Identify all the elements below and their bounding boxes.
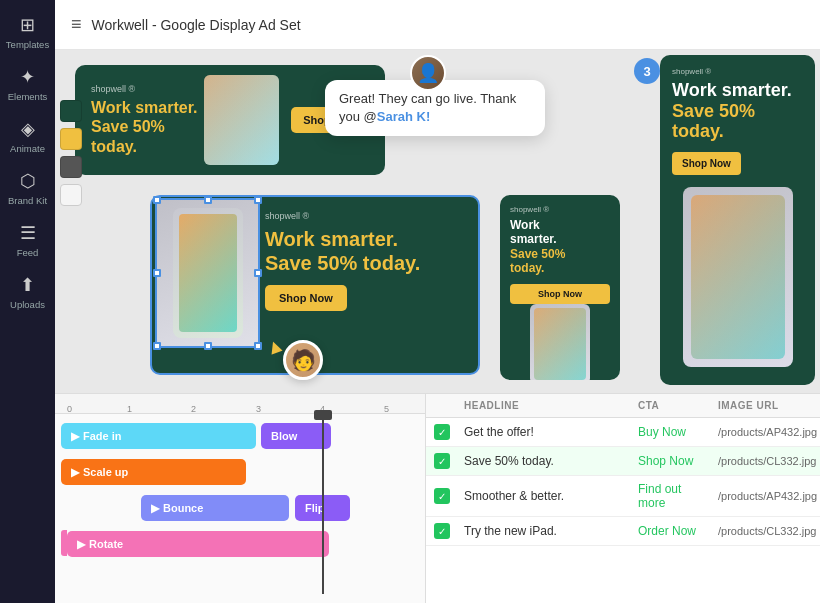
templates-label: Templates xyxy=(6,39,49,50)
ad-tall-cta[interactable]: Shop Now xyxy=(672,152,741,175)
table-row: ✓ Try the new iPad. Order Now /products/… xyxy=(426,517,820,546)
brandkit-label: Brand Kit xyxy=(8,195,47,206)
row2-url: /products/CL332.jpg xyxy=(710,447,820,475)
handle-left-mid[interactable] xyxy=(153,269,161,277)
ad-medium-brand: shopwell ® xyxy=(265,211,464,221)
feed-label: Feed xyxy=(17,247,39,258)
row4-check[interactable]: ✓ xyxy=(426,517,456,545)
topbar-title: Workwell - Google Display Ad Set xyxy=(92,17,301,33)
ruler-2: 2 xyxy=(191,404,196,414)
sidebar-item-templates[interactable]: ⊞ Templates xyxy=(3,8,53,56)
handle-top-mid[interactable] xyxy=(204,196,212,204)
handle-top-left[interactable] xyxy=(153,196,161,204)
sidebar-item-feed[interactable]: ☰ Feed xyxy=(3,216,53,264)
animate-label: Animate xyxy=(10,143,45,154)
data-table-header: HEADLINE CTA IMAGE URL xyxy=(426,394,820,418)
elements-icon: ✦ xyxy=(20,66,35,88)
sidebar-item-brandkit[interactable]: ⬡ Brand Kit xyxy=(3,164,53,212)
track-bounce-label: Bounce xyxy=(163,502,203,514)
handle-top-right[interactable] xyxy=(254,196,262,204)
ruler-5: 5 xyxy=(384,404,389,414)
track-row-1: ▶ Fade in Blow xyxy=(61,422,411,450)
row2-check[interactable]: ✓ xyxy=(426,447,456,475)
ad-large-headline: Work smarter. Save 50% today. xyxy=(91,98,204,156)
track-rotate-label: Rotate xyxy=(89,538,123,550)
ad-medium-content: shopwell ® Work smarter. Save 50% today.… xyxy=(257,197,478,325)
ad-medium-cta[interactable]: Shop Now xyxy=(265,285,347,311)
row2-cta: Shop Now xyxy=(630,447,710,475)
check-1: ✓ xyxy=(434,424,450,440)
col-check-header xyxy=(426,394,456,417)
swatch-dark-gray[interactable] xyxy=(60,156,82,178)
track-row-2: ▶ Scale up xyxy=(61,458,411,486)
ad-small-brand: shopwell ® xyxy=(510,205,610,214)
sidebar-item-uploads[interactable]: ⬆ Uploads xyxy=(3,268,53,316)
row3-cta: Find out more xyxy=(630,476,710,516)
table-row: ✓ Save 50% today. Shop Now /products/CL3… xyxy=(426,447,820,476)
ad-small-headline: Worksmarter.Save 50%today. xyxy=(510,218,610,276)
track-scaleup[interactable]: ▶ Scale up xyxy=(61,459,246,485)
handle-bottom-right[interactable] xyxy=(254,342,262,350)
row1-headline: Get the offer! xyxy=(456,418,630,446)
row3-url: /products/AP432.jpg xyxy=(710,476,820,516)
feed-icon: ☰ xyxy=(20,222,36,244)
uploads-label: Uploads xyxy=(10,299,45,310)
track-scaleup-arrow: ▶ xyxy=(71,466,79,479)
table-row: ✓ Smoother & better. Find out more /prod… xyxy=(426,476,820,517)
playhead-head[interactable] xyxy=(314,410,332,420)
swatch-light[interactable] xyxy=(60,184,82,206)
track-rotate-arrow: ▶ xyxy=(77,538,85,551)
templates-icon: ⊞ xyxy=(20,14,35,36)
row4-cta: Order Now xyxy=(630,517,710,545)
track-bounce-arrow: ▶ xyxy=(151,502,159,515)
data-panel: HEADLINE CTA IMAGE URL ✓ Get the offer! … xyxy=(425,393,820,603)
ad-card-small: shopwell ® Worksmarter.Save 50%today. Sh… xyxy=(500,195,620,380)
uploads-icon: ⬆ xyxy=(20,274,35,296)
selection-box xyxy=(155,198,260,348)
badge-count: 3 xyxy=(634,58,660,84)
phone-screen xyxy=(179,214,237,332)
menu-icon[interactable]: ≡ xyxy=(71,14,82,35)
row2-headline: Save 50% today. xyxy=(456,447,630,475)
timeline-tracks: ▶ Fade in Blow ▶ Scale up ▶ Bounce Flip xyxy=(55,414,425,566)
topbar: ≡ Workwell - Google Display Ad Set xyxy=(55,0,820,50)
sidebar-item-elements[interactable]: ✦ Elements xyxy=(3,60,53,108)
track-fadein[interactable]: ▶ Fade in xyxy=(61,423,256,449)
ad-tall-image xyxy=(683,187,793,367)
row3-check[interactable]: ✓ xyxy=(426,476,456,516)
ruler-3: 3 xyxy=(256,404,261,414)
track-blow[interactable]: Blow xyxy=(261,423,331,449)
selected-image xyxy=(157,200,258,346)
ad-medium-headline: Work smarter. Save 50% today. xyxy=(265,227,464,275)
track-row-4: ▶ Rotate xyxy=(61,530,411,558)
track-bounce[interactable]: ▶ Bounce xyxy=(141,495,289,521)
check-4: ✓ xyxy=(434,523,450,539)
ruler-0: 0 xyxy=(67,404,72,414)
check-3: ✓ xyxy=(434,488,450,504)
tall-phone-screen xyxy=(691,195,785,359)
main-canvas: 👤 Great! They can go live. Thank you @Sa… xyxy=(55,50,820,393)
ad-card-tall: shopwell ® Work smarter.Save 50%today. S… xyxy=(660,55,815,385)
track-rotate[interactable]: ▶ Rotate xyxy=(67,531,329,557)
ad-large-brand: shopwell ® xyxy=(91,84,204,94)
handle-right-mid[interactable] xyxy=(254,269,262,277)
small-phone-screen xyxy=(534,308,586,380)
handle-bottom-left[interactable] xyxy=(153,342,161,350)
ad-tall-headline: Work smarter.Save 50%today. xyxy=(672,80,803,142)
row4-headline: Try the new iPad. xyxy=(456,517,630,545)
elements-label: Elements xyxy=(8,91,48,102)
track-blow-label: Blow xyxy=(271,430,297,442)
handle-bottom-mid[interactable] xyxy=(204,342,212,350)
ad-small-cta[interactable]: Shop Now xyxy=(510,284,610,304)
left-sidebar: ⊞ Templates ✦ Elements ◈ Animate ⬡ Brand… xyxy=(0,0,55,603)
swatch-dark-green[interactable] xyxy=(60,100,82,122)
track-fadein-arrow: ▶ xyxy=(71,430,79,443)
sidebar-item-animate[interactable]: ◈ Animate xyxy=(3,112,53,160)
playhead[interactable] xyxy=(322,414,324,594)
check-2: ✓ xyxy=(434,453,450,469)
brandkit-icon: ⬡ xyxy=(20,170,36,192)
canvas-user-avatar: 🧑 xyxy=(283,340,323,380)
row1-check[interactable]: ✓ xyxy=(426,418,456,446)
chat-avatar: 👤 xyxy=(410,55,446,91)
swatch-yellow[interactable] xyxy=(60,128,82,150)
